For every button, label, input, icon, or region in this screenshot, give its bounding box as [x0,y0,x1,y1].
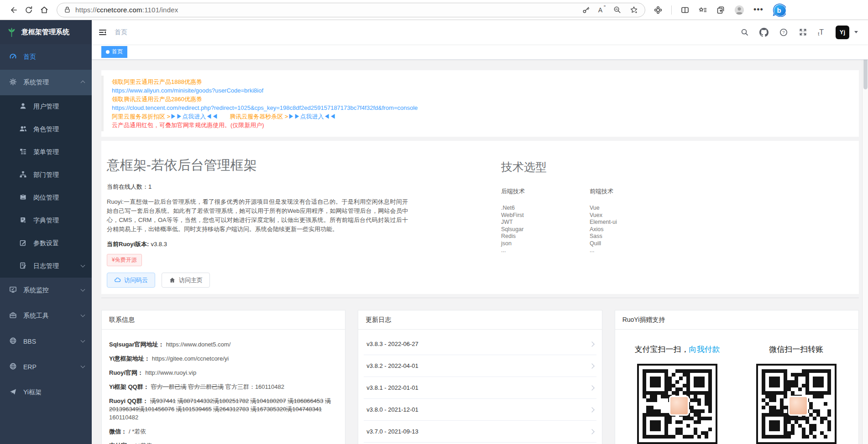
qr-cell [791,391,795,395]
qr-cell [697,420,701,424]
sidebar-item-log-mgmt[interactable]: 日志管理 [0,255,92,278]
sidebar-item-menu-mgmt[interactable]: 菜单管理 [0,141,92,164]
qr-cell [784,406,787,409]
qr-cell [694,431,697,435]
tag-home[interactable]: 首页 [101,46,127,58]
sidebar-item-system-mgmt[interactable]: 系统管理 [0,70,92,95]
changelog-item[interactable]: v3.8.1 - 2022-01-01 [364,377,596,399]
donate-card: RuoYi捐赠支持 支付宝扫一扫，向我付款 微信扫一扫转账 [615,310,859,444]
search-icon[interactable] [740,28,749,36]
qr-cell [813,435,816,439]
sidebar-item-post-mgmt[interactable]: 岗位管理 [0,186,92,209]
breadcrumb[interactable]: 首页 [115,28,127,36]
chevron-down-icon [81,338,85,342]
page-scrollbar[interactable] [862,20,868,444]
tech-item: Axios [590,226,678,233]
collapse-sidebar-icon[interactable] [98,28,107,37]
qr-finder [805,369,831,395]
sidebar-item-system-tools[interactable]: 系统工具 [0,303,92,329]
changelog-item[interactable]: v3.7.0 - 2021-09-13 [364,421,596,443]
sidebar-item-role-mgmt[interactable]: 角色管理 [0,118,92,141]
bing-chat-icon[interactable]: b [772,3,786,17]
back-icon[interactable] [5,2,21,18]
alipay-pay-link[interactable]: 向我付款 [689,345,720,354]
qr-cell [650,409,654,413]
qr-cell [672,391,675,395]
sidebar-item-label: ERP [23,363,37,371]
tech-item: WebFirst [501,212,590,219]
qr-cell [668,380,672,384]
chevron-up-icon [81,80,85,85]
lock-icon[interactable] [63,6,71,14]
browser-settings-menu-icon[interactable]: ••• [753,5,763,15]
globe-icon [9,337,18,346]
qr-cell [650,398,654,402]
github-icon[interactable] [759,28,769,37]
extensions-icon[interactable] [654,5,663,15]
contact-value: 满264312783 [213,406,249,413]
sidebar-item-bbs[interactable]: BBS [0,329,92,354]
font-size-icon[interactable]: tT [818,28,824,36]
qr-cell [802,435,805,439]
collections-icon[interactable] [716,5,725,15]
split-screen-icon[interactable] [680,5,690,15]
qr-cell [809,413,813,417]
toolbar-divider [671,5,672,15]
contact-value: 官方一群已满 [151,383,187,390]
home-icon[interactable] [37,2,52,18]
changelog-item[interactable]: v3.8.0 - 2021-12-01 [364,399,596,421]
sidebar-item-param-settings[interactable]: 参数设置 [0,232,92,255]
changelog-card-title: 更新日志 [358,310,601,330]
changelog-item[interactable]: v3.8.2 - 2022-04-01 [364,355,596,377]
visit-homepage-button[interactable]: 访问主页 [162,273,210,288]
sidebar-item-label: 系统工具 [23,312,49,320]
sidebar-item-user-mgmt[interactable]: 用户管理 [0,95,92,118]
notice-link[interactable]: https://cloud.tencent.com/redirect.php?r… [112,104,418,111]
chevron-right-icon [589,341,594,346]
tech-item: json [501,240,590,248]
qr-cell [773,409,776,413]
qr-cell [820,420,824,424]
qr-cell [705,435,708,439]
favorite-star-icon[interactable] [629,5,638,15]
qr-cell [679,431,683,435]
qr-cell [646,398,650,402]
browser-profile-avatar[interactable] [734,5,745,15]
sidebar-item-yi-framework[interactable]: Yi框架 [0,380,92,405]
qr-cell [694,395,697,398]
favorites-bar-icon[interactable] [698,5,707,15]
help-icon[interactable]: ? [779,28,788,37]
sidebar-item-system-monitor[interactable]: 系统监控 [0,278,92,303]
top-navbar: 首页 ? tT Yj [92,20,868,44]
url-bar[interactable]: https://ccnetcore.com:1101/index A [57,3,645,17]
notice-link[interactable]: ▶▶点我进入◀◀ [288,113,335,120]
zoom-out-icon[interactable] [613,5,622,14]
user-avatar[interactable]: Yj [836,26,849,39]
refresh-icon[interactable] [21,2,37,18]
qr-cell [765,402,769,406]
sidebar-item-erp[interactable]: ERP [0,354,92,380]
intro-section: 意框架-若依后台管理框架 当前在线人数：1 Ruoyi:一直想做一款后台管理系统… [101,141,859,294]
chevron-right-icon [589,429,594,434]
qr-cell [809,431,813,435]
qr-cell [827,424,831,428]
sidebar-item-dict-mgmt[interactable]: 字典管理 [0,209,92,232]
chevron-down-icon[interactable] [854,31,858,33]
qr-cell [802,431,805,435]
sidebar-item-dept-mgmt[interactable]: 部门管理 [0,164,92,186]
password-key-icon[interactable] [582,5,591,14]
qr-cell [690,435,694,439]
sidebar-item-home[interactable]: 首页 [0,44,92,70]
fullscreen-icon[interactable] [799,28,807,36]
alipay-qr-code [637,364,717,444]
qr-cell [802,373,805,377]
qr-cell [780,398,784,402]
changelog-item[interactable]: v3.8.3 - 2022-06-27 [364,333,596,355]
notice-link[interactable]: https://www.aliyun.com/minisite/goods?us… [112,87,263,94]
tech-item: Quill [590,240,678,248]
qr-cell [762,398,765,402]
read-aloud-icon[interactable]: A [598,6,605,14]
notice-link[interactable]: ▶▶点我进入◀◀ [170,113,218,120]
visit-gitee-button[interactable]: 访问码云 [107,273,155,288]
qr-cell [679,369,683,373]
